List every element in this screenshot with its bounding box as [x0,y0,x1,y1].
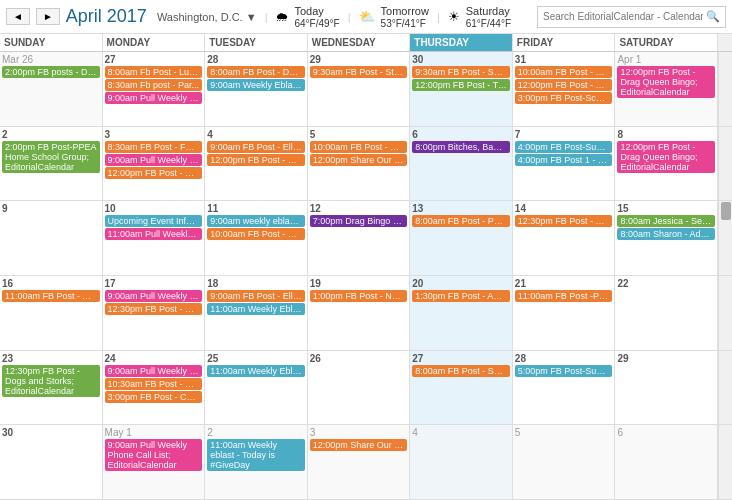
day-number: 2 [2,129,100,140]
event[interactable]: 8:00am Fb Post - Lua... [105,66,203,78]
day-number: 5 [515,427,613,438]
event[interactable]: 8:00am FB Post - SOS; EditorialCalendar [412,365,510,377]
search-icon: 🔍 [706,10,720,23]
day-number: 17 [105,278,203,289]
event[interactable]: 1:00pm FB Post - Nosework Seminar; Edito… [310,290,408,302]
search-box[interactable]: 🔍 [537,6,726,28]
location-label[interactable]: Washington, D.C. ▼ [157,11,257,23]
event[interactable]: 1:30pm FB Post - Agility; EditorialCalen… [412,290,510,302]
day-number: 30 [2,427,100,438]
event[interactable]: 9:00am Pull Weekly Phone Call List; Edit… [105,439,203,471]
event[interactable]: 11:00am Weekly Eblast - Mother's Day Tri… [207,303,305,315]
day-cell: Apr 1 12:00pm FB Post - Drag Queen Bingo… [615,52,718,127]
day-number: 7 [515,129,613,140]
day-number: 13 [412,203,510,214]
day-cell: 10 Upcoming Event Info Due to Jess; Edit… [103,201,206,276]
event[interactable]: 4:00pm FB Post-Summer Camp [515,141,613,153]
weather-separator2: | [348,11,351,23]
event[interactable]: 8:30am Fb post - Par... [105,79,203,91]
event[interactable]: 12:00pm FB Post - Tributes; EditorialCal… [412,79,510,91]
search-input[interactable] [543,11,703,22]
day-number: 30 [412,54,510,65]
day-cell: 16 11:00am FB Post - Agility; EditorialC… [0,276,103,351]
day-number: 27 [412,353,510,364]
day-cell: 2 11:00am Weekly eblast - Today is #Give… [205,425,308,500]
day-number: 4 [412,427,510,438]
day-number: 29 [617,353,715,364]
day-number: Apr 1 [617,54,715,65]
event[interactable]: 9:00am FB Post - Elliott; EditorialCalen… [207,290,305,302]
event[interactable]: 5:00pm FB Post-Summer Camp [515,365,613,377]
event[interactable]: 9:00am FB Post - Elliott; EditorialCalen… [207,141,305,153]
event[interactable]: 7:00pm Drag Bingo - 7-10 [310,215,408,227]
event[interactable]: 8:00pm Bitches, Bags and Bling [412,141,510,153]
event[interactable]: 9:00am weekly eblast - April TrueSense [207,215,305,227]
event[interactable]: 11:00am Weekly eblast - Today is #GiveDa… [207,439,305,471]
event[interactable]: 4:00pm FB Post 1 - Summer Camp; Edito... [515,154,613,166]
event[interactable]: 12:30pm FB Post - Dogs and Storks; Edito… [2,365,100,397]
event[interactable]: 9:00am Pull Weekly P... [105,92,203,104]
weather-tomorrow: Tomorrow53°F/41°F [381,5,429,29]
event[interactable]: 2:00pm FB posts - Dogs and Storks; Edito… [2,66,100,78]
header-monday: MONDAY [103,34,206,51]
day-cell: 27 8:00am FB Post - SOS; EditorialCalend… [410,351,513,426]
event[interactable]: 11:00am FB Post - Agility; EditorialCale… [2,290,100,302]
event[interactable]: 12:00pm FB Post - Easter Tributes; Edito… [207,154,305,166]
day-number: 15 [617,203,715,214]
event[interactable]: 9:30am FB Post - Starting From Sit; Edit… [310,66,408,78]
day-number: 24 [105,353,203,364]
event[interactable]: 3:00pm FB Post - CG... [105,391,203,403]
event[interactable]: Upcoming Event Info Due to Jess; Editori… [105,215,203,227]
day-number: 19 [310,278,408,289]
nav-prev-button[interactable]: ◄ [6,8,30,25]
day-cell: 12 7:00pm Drag Bingo - 7-10 [308,201,411,276]
event[interactable]: 9:00am Pull Weekly P... [105,154,203,166]
header-spacer [718,34,732,51]
nav-next-button[interactable]: ► [36,8,60,25]
event[interactable]: 12:00pm Share Our Shelter [310,439,408,451]
day-cell: 9 [0,201,103,276]
event[interactable]: 2:00pm FB Post-PPEA Home School Group; E… [2,141,100,173]
event[interactable]: 9:30am FB Post - SOS; EditorialCalendar [412,66,510,78]
event[interactable]: 12:30pm FB Post - Nosework Seminar; E... [105,303,203,315]
event[interactable]: 11:00am FB Post -Puppy Social; Editorial… [515,290,613,302]
day-cell: 28 5:00pm FB Post-Summer Camp [513,351,616,426]
weather-separator: | [265,11,268,23]
event[interactable]: 12:00pm FB Post - Drag Queen Bingo; Edit… [617,141,715,173]
event[interactable]: 8:00am Sharon - Add Upcoming Events to .… [617,228,715,240]
event[interactable]: 10:00am FB Post - Puppy Social; Editor..… [310,141,408,153]
event[interactable]: 11:00am Pull Weekly Phone Call List; Edi… [105,228,203,240]
event[interactable]: 10:00am FB Post - Pu... [515,66,613,78]
event[interactable]: 12:00pm FB Post - M... [515,79,613,91]
event[interactable]: 8:00am Jessica - Send Next Month; Upcom.… [617,215,715,227]
event[interactable]: 3:00pm FB Post-Scho... [515,92,613,104]
day-cell: 3 8:30am FB Post - Fun... 9:00am Pull We… [103,127,206,202]
day-cell: 20 1:30pm FB Post - Agility; EditorialCa… [410,276,513,351]
day-number: 10 [105,203,203,214]
event[interactable]: 12:30pm FB Post - CGC; EditorialCalendar [515,215,613,227]
event[interactable]: 10:00am FB Post - Nosework Seminar; E... [207,228,305,240]
day-cell: 7 4:00pm FB Post-Summer Camp 4:00pm FB P… [513,127,616,202]
event[interactable]: 10:30am FB Post - SO... [105,378,203,390]
day-number: 20 [412,278,510,289]
day-cell: 19 1:00pm FB Post - Nosework Seminar; Ed… [308,276,411,351]
day-number: 6 [617,427,715,438]
scrollbar-week6 [718,425,732,500]
event[interactable]: 9:00am Pull Weekly Phone Call List; Edit… [105,290,203,302]
day-cell: 13 8:00am FB Post - Puppy Social; Editor… [410,201,513,276]
event[interactable]: 8:00am FB Post - Dogs and Storks; Editor… [207,66,305,78]
day-cell: 28 8:00am FB Post - Dogs and Storks; Edi… [205,52,308,127]
weather-icon-1: 🌧 [275,9,288,24]
event[interactable]: 11:00am Weekly Eblast - Upcoming Events [207,365,305,377]
event[interactable]: 9:00am Pull Weekly P... [105,365,203,377]
event[interactable]: 9:00am Weekly Eblast - Upcoming Events A… [207,79,305,91]
event[interactable]: 12:00pm FB Post - Drag Queen Bingo; Edit… [617,66,715,98]
day-cell: 30 9:30am FB Post - SOS; EditorialCalend… [410,52,513,127]
event[interactable]: 8:00am FB Post - Puppy Social; Editorial… [412,215,510,227]
event[interactable]: 12:00pm Share Our Shelter [310,154,408,166]
event[interactable]: 12:00pm FB Post - Bil... [105,167,203,179]
day-cell: 29 9:30am FB Post - Starting From Sit; E… [308,52,411,127]
day-number: 28 [515,353,613,364]
event[interactable]: 8:30am FB Post - Fun... [105,141,203,153]
day-cell: 31 10:00am FB Post - Pu... 12:00pm FB Po… [513,52,616,127]
